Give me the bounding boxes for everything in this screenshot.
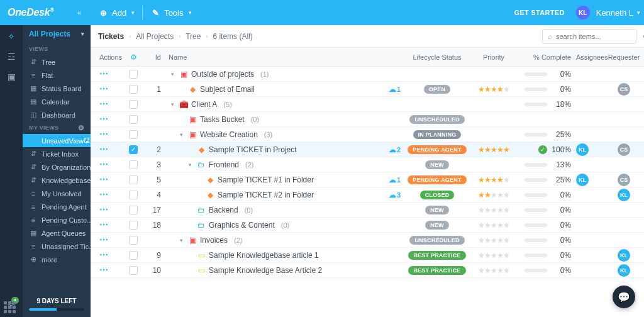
table-row[interactable]: ⋯ 3 ▾🗀Frontend(2) NEW 13% [91,157,644,172]
status-pill[interactable]: CLOSED [420,191,455,199]
sidebar-view-flat[interactable]: ≡Flat [23,69,91,82]
row-checkbox[interactable] [129,236,138,245]
requester-avatar[interactable]: CS [618,83,630,96]
rail-tickets-icon[interactable]: ✧ [8,31,15,42]
conversation-count[interactable]: ☁1 [389,175,401,184]
status-pill[interactable]: NEW [425,206,449,214]
table-row[interactable]: ⋯ ▾▣Website Creation(3) IN PLANNING 25% [91,127,644,142]
status-pill[interactable]: BEST PRACTICE [408,266,465,275]
sidebar-view-status-board[interactable]: ▦Status Board [23,82,91,95]
item-name[interactable]: Frontend [209,160,239,169]
col-requester[interactable]: Requester [608,53,644,61]
status-pill[interactable]: IN PLANNING [413,130,462,139]
status-pill[interactable]: BEST PRACTICE [408,251,465,260]
rail-projects-icon[interactable]: ▣ [8,72,16,82]
row-actions-menu[interactable]: ⋯ [99,114,109,124]
sidebar-myview-8[interactable]: ≡Unassigned Tic... [23,240,91,253]
table-row[interactable]: ⋯ ▣Tasks Bucket(0) UNSCHEDULED [91,112,644,127]
sidebar-view-calendar[interactable]: ▤Calendar [23,95,91,108]
row-actions-menu[interactable]: ⋯ [99,144,109,154]
expand-toggle-icon[interactable]: ▾ [169,71,176,77]
priority-stars[interactable]: ★★★★★ [478,191,509,199]
row-actions-menu[interactable]: ⋯ [99,129,109,139]
sidebar-view-tree[interactable]: ⇵Tree [23,55,91,69]
col-id[interactable]: Id [142,53,166,61]
status-pill[interactable]: NEW [425,221,449,230]
col-actions[interactable]: Actions [91,53,125,61]
row-checkbox[interactable] [129,221,138,230]
row-actions-menu[interactable]: ⋯ [99,220,109,230]
crumb-tree[interactable]: Tree [186,32,201,41]
col-assignees[interactable]: Assignees [574,53,608,61]
priority-stars[interactable]: ★★★★★ [478,206,509,214]
row-actions-menu[interactable]: ⋯ [99,99,109,109]
priority-stars[interactable]: ★★★★★ [478,145,509,154]
item-name[interactable]: Graphics & Content [209,221,275,230]
views-config-icon[interactable]: ⚙ [78,124,84,132]
sidebar-myview-0[interactable]: UnsavedView🖫 [23,134,91,147]
priority-stars[interactable]: ★★★★★ [478,266,509,275]
chat-fab[interactable]: 💬 [613,286,635,308]
row-actions-menu[interactable]: ⋯ [99,235,109,245]
row-checkbox[interactable] [129,100,138,109]
item-name[interactable]: Website Creation [200,130,258,139]
search-box[interactable]: ⌕ ▾ [542,29,636,44]
item-name[interactable]: Outside of projects [191,70,254,79]
table-row[interactable]: ⋯ 1 ◆Subject of Email ☁1 OPEN ★★★★★ 0% C… [91,82,644,97]
requester-avatar[interactable]: CS [618,143,630,156]
priority-stars[interactable]: ★★★★★ [478,175,509,184]
sidebar-myview-3[interactable]: ⇵Knowledgebase [23,174,91,187]
table-row[interactable]: ⋯ 4 ◆Sample TICKET #2 in Folder ☁3 CLOSE… [91,187,644,203]
requester-avatar[interactable]: KL [618,189,630,201]
row-actions-menu[interactable]: ⋯ [99,265,109,275]
priority-stars[interactable]: ★★★★★ [478,85,509,94]
sidebar-myview-1[interactable]: ⇵Ticket Inbox [23,147,91,160]
row-checkbox[interactable] [129,85,138,94]
table-row[interactable]: ⋯ 5 ◆Sample TICKET #1 in Folder ☁1 PENDI… [91,172,644,187]
expand-toggle-icon[interactable]: ▾ [177,237,185,243]
status-pill[interactable]: PENDING AGENT [408,145,466,154]
crumb-all-projects[interactable]: All Projects [136,32,174,41]
item-name[interactable]: Sample TICKET #1 in Folder [218,175,314,184]
row-actions-menu[interactable]: ⋯ [99,174,109,184]
rail-tasks-icon[interactable]: ☲ [8,52,16,62]
item-name[interactable]: Subject of Email [200,85,255,94]
logo[interactable]: OneDesk® [8,7,54,18]
row-checkbox[interactable] [129,130,138,139]
row-checkbox[interactable] [129,191,138,199]
conversation-count[interactable]: ☁2 [389,145,401,154]
sidebar-myview-9[interactable]: ⊕more [23,253,91,266]
col-pct[interactable]: % Complete [517,53,574,61]
crumb-tickets[interactable]: Tickets [98,32,124,41]
assignee-avatar[interactable]: KL [576,174,589,186]
table-row[interactable]: ⋯ 18 🗀Graphics & Content(0) NEW ★★★★★ 0% [91,218,644,233]
user-menu[interactable]: Kenneth L ▾ [592,0,644,25]
table-row[interactable]: ⋯ 9 ▭Sample Knowledgebase article 1 BEST… [91,248,644,263]
sidebar-myview-6[interactable]: ≡Pending Custo... [23,213,91,226]
table-row[interactable]: ⋯ ▾🧰Client A(5) 18% [91,97,644,112]
status-pill[interactable]: UNSCHEDULED [409,236,464,245]
gear-icon[interactable]: ⚙ [130,53,137,62]
user-avatar[interactable]: KL [576,6,590,19]
status-pill[interactable]: PENDING AGENT [408,175,466,184]
status-pill[interactable]: NEW [425,160,449,169]
row-checkbox[interactable] [129,251,138,260]
row-checkbox[interactable]: ✓ [129,145,138,154]
sidebar-view-dashboard[interactable]: ◫Dashboard [23,108,91,121]
item-name[interactable]: Tasks Bucket [200,115,245,124]
sidebar-myview-7[interactable]: ▦Agent Queues [23,226,91,240]
table-row[interactable]: ⋯ 17 🗀Backend(0) NEW ★★★★★ 0% [91,203,644,218]
expand-toggle-icon[interactable]: ▾ [186,162,194,168]
table-row[interactable]: ⋯ ✓ 2 ◆Sample TICKET in Project ☁2 PENDI… [91,142,644,157]
assignee-avatar[interactable]: KL [576,143,589,156]
sidebar-myview-4[interactable]: ≡My Unsolved [23,187,91,200]
row-checkbox[interactable] [129,206,138,214]
col-status[interactable]: Lifecycle Status [404,53,470,61]
trial-widget[interactable]: 9 DAYS LEFT [23,292,91,317]
row-checkbox[interactable] [129,115,138,124]
sidebar-myview-5[interactable]: ≡Pending Agent [23,200,91,213]
row-actions-menu[interactable]: ⋯ [99,159,109,169]
row-actions-menu[interactable]: ⋯ [99,189,109,199]
row-checkbox[interactable] [129,70,138,79]
requester-avatar[interactable]: CS [618,174,630,186]
